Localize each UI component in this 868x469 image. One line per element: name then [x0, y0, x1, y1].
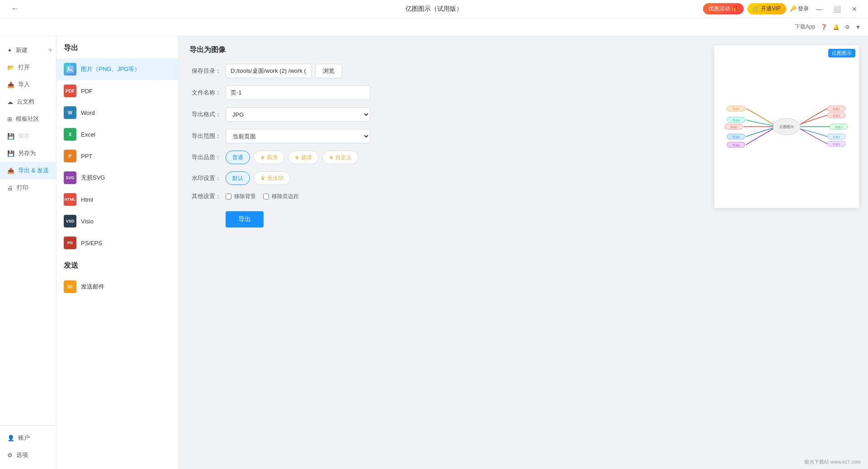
save-dir-input[interactable] — [226, 64, 311, 78]
format-label-ppt: PPT — [81, 153, 92, 160]
format-icon-svg: SVG — [64, 171, 76, 184]
watermark-none-btn[interactable]: ♛无水印 — [254, 171, 290, 185]
sidebar-item-save[interactable]: 💾 保存 — [0, 128, 56, 145]
more-button[interactable]: ▼ — [855, 24, 861, 30]
sidebar-item-print[interactable]: 🖨 打印 — [0, 179, 56, 196]
format-icon-word: W — [64, 106, 76, 119]
quality-normal-btn[interactable]: 普通 — [226, 151, 250, 164]
format-row: 导出格式： JPG PNG BMP GIF TIFF — [189, 107, 694, 122]
help-button[interactable]: ❓ — [821, 24, 827, 30]
format-item-svg[interactable]: SVG 无损SVG — [57, 167, 178, 189]
save-dir-wrap: 浏览 — [226, 64, 342, 78]
format-label-visio: Visio — [81, 218, 94, 225]
other-row: 其他设置： 移除背景 移除页边距 — [189, 192, 694, 200]
quality-hd-btn[interactable]: ♛高清 — [254, 151, 284, 164]
restore-button[interactable]: ⬜ — [830, 4, 844, 14]
filename-row: 文件名称： — [189, 85, 694, 100]
preview-mindmap: 亿图图示 分支1 分支2 分支3 分支4 分支5 — [723, 86, 850, 167]
title-bar-right: 优惠活动 🎁 🛒 开通VIP 🔑 登录 — ⬜ ✕ — [703, 3, 861, 14]
sidebar-bottom: 👤 账户 ⚙ 选项 — [0, 425, 56, 464]
format-select[interactable]: JPG PNG BMP GIF TIFF — [226, 107, 370, 122]
other-label: 其他设置： — [189, 192, 221, 200]
export-settings: 导出为图像 保存目录： 浏览 文件名称： 导出格式： JPG PNG BMP G… — [179, 36, 705, 469]
send-item-email[interactable]: ✉ 发送邮件 — [57, 276, 178, 298]
quality-ultra-btn[interactable]: ♛超清 — [288, 151, 319, 164]
format-item-visio[interactable]: VSD Visio — [57, 210, 178, 232]
save-dir-row: 保存目录： 浏览 — [189, 64, 694, 78]
svg-text:分支3: 分支3 — [835, 126, 842, 128]
sidebar-label-new: 新建 — [16, 46, 28, 54]
sidebar-item-account[interactable]: 👤 账户 — [0, 429, 56, 446]
sidebar-item-export[interactable]: 📤 导出 & 发送 — [0, 162, 56, 179]
range-label: 导出范围： — [189, 132, 221, 140]
quality-label: 导出品质： — [189, 153, 221, 161]
svg-rect-0 — [66, 66, 74, 73]
minimize-button[interactable]: — — [812, 4, 826, 14]
options-icon: ⚙ — [7, 452, 13, 459]
send-title: 发送 — [57, 254, 178, 276]
bottom-watermark: 极光下载站 www.xz7.com — [804, 459, 861, 465]
format-item-image[interactable]: 图片（PNG、JPG等） — [57, 58, 178, 80]
download-app-button[interactable]: 下载App — [795, 23, 815, 31]
sidebar-label-saveas: 另存为 — [18, 149, 36, 157]
remove-margin-checkbox[interactable] — [263, 194, 269, 199]
sidebar-item-saveas[interactable]: 💾 另存为 — [0, 145, 56, 162]
sidebar-item-template[interactable]: ⊞ 模板社区 — [0, 110, 56, 128]
sidebar-label-save: 保存 — [18, 132, 30, 140]
import-icon: 📥 — [7, 81, 14, 88]
add-icon[interactable]: + — [48, 46, 52, 54]
back-button[interactable]: ← — [7, 2, 23, 15]
close-button[interactable]: ✕ — [848, 4, 861, 14]
format-item-word[interactable]: W Word — [57, 102, 178, 123]
browse-button[interactable]: 浏览 — [315, 64, 342, 78]
format-item-ps[interactable]: PS PS/EPS — [57, 232, 178, 254]
save-icon: 💾 — [7, 133, 14, 140]
format-label-html: Html — [81, 196, 93, 203]
svg-text:节点D: 节点D — [732, 136, 740, 138]
export-button[interactable]: 导出 — [226, 211, 264, 227]
svg-text:分支2: 分支2 — [833, 114, 840, 117]
sidebar-item-open[interactable]: 📂 打开 — [0, 59, 56, 76]
settings-title: 导出为图像 — [189, 45, 694, 55]
saveas-icon: 💾 — [7, 150, 14, 157]
remove-bg-checkbox[interactable] — [226, 194, 231, 199]
format-label-image: 图片（PNG、JPG等） — [81, 65, 140, 73]
format-item-ppt[interactable]: P PPT — [57, 145, 178, 167]
promo-button[interactable]: 优惠活动 🎁 — [703, 3, 744, 14]
cloud-icon: ☁ — [7, 99, 13, 105]
sidebar-item-new[interactable]: ✦ 新建 + — [0, 42, 56, 59]
sidebar-label-import: 导入 — [18, 81, 30, 89]
remove-margin-label[interactable]: 移除页边距 — [263, 193, 299, 200]
format-icon-excel: X — [64, 128, 76, 141]
settings-button[interactable]: ⚙ — [845, 24, 850, 30]
quality-group: 普通 ♛高清 ♛超清 ♛自定义 — [226, 151, 359, 164]
sidebar-label-open: 打开 — [18, 63, 30, 71]
sidebar-item-cloud[interactable]: ☁ 云文档 — [0, 93, 56, 110]
format-item-excel[interactable]: X Excel — [57, 123, 178, 145]
notification-button[interactable]: 🔔 — [833, 24, 840, 30]
svg-text:分支5: 分支5 — [833, 143, 840, 146]
watermark-group: 默认 ♛无水印 — [226, 171, 290, 185]
svg-text:亿图图示: 亿图图示 — [779, 125, 794, 129]
vip-button[interactable]: 🛒 开通VIP — [747, 3, 786, 14]
watermark-default-btn[interactable]: 默认 — [226, 171, 250, 185]
range-row: 导出范围： 当前页面 所有页面 — [189, 129, 694, 143]
quality-custom-btn[interactable]: ♛自定义 — [322, 151, 359, 164]
remove-bg-label[interactable]: 移除背景 — [226, 193, 256, 200]
filename-input[interactable] — [226, 85, 370, 100]
title-bar-left: ← — [7, 2, 23, 15]
watermark-label: 水印设置： — [189, 174, 221, 182]
sidebar-item-import[interactable]: 📥 导入 — [0, 76, 56, 93]
watermark-row: 水印设置： 默认 ♛无水印 — [189, 171, 694, 185]
svg-text:节点B: 节点B — [732, 119, 740, 122]
sidebar-label-account: 账户 — [18, 434, 30, 442]
range-select[interactable]: 当前页面 所有页面 — [226, 129, 370, 143]
app-title: 亿图图示（试用版） — [406, 5, 462, 13]
login-button[interactable]: 🔑 登录 — [790, 5, 809, 13]
format-icon-ps: PS — [64, 237, 76, 249]
format-label-ps: PS/EPS — [81, 240, 102, 246]
svg-text:分支1: 分支1 — [833, 108, 840, 110]
format-item-pdf[interactable]: PDF PDF — [57, 80, 178, 102]
sidebar-item-options[interactable]: ⚙ 选项 — [0, 446, 56, 464]
format-item-html[interactable]: HTML Html — [57, 189, 178, 210]
